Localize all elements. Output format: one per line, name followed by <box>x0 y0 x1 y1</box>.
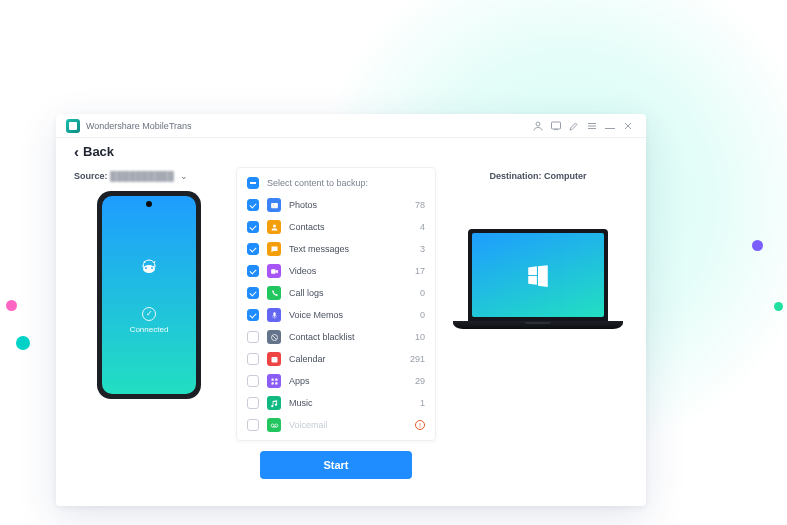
menu-icon[interactable] <box>584 118 600 134</box>
content-type-row[interactable]: Music1 <box>237 392 435 414</box>
content-count: 291 <box>410 354 425 364</box>
user-icon[interactable] <box>530 118 546 134</box>
content-name: Videos <box>289 266 415 276</box>
content-checkbox[interactable] <box>247 397 259 409</box>
content-name: Voice Memos <box>289 310 420 320</box>
content-count: 78 <box>415 200 425 210</box>
warning-icon: ! <box>415 420 425 430</box>
content-count: 1 <box>420 398 425 408</box>
music-icon <box>267 396 281 410</box>
source-status: Connected <box>130 325 169 334</box>
content-checkbox[interactable] <box>247 287 259 299</box>
content-name: Contact blacklist <box>289 332 415 342</box>
sms-icon <box>267 242 281 256</box>
svg-rect-2 <box>143 265 155 273</box>
content-checkbox[interactable] <box>247 221 259 233</box>
calls-icon <box>267 286 281 300</box>
videos-icon <box>267 264 281 278</box>
check-icon: ✓ <box>142 307 156 321</box>
calendar-icon <box>267 352 281 366</box>
chevron-left-icon: ‹ <box>74 144 79 159</box>
destination-device-laptop <box>453 229 623 329</box>
svg-rect-14 <box>271 382 273 384</box>
app-window: Wondershare MobileTrans ‹ Back Source: █… <box>56 114 646 506</box>
window-title: Wondershare MobileTrans <box>86 121 192 131</box>
vm-icon <box>267 418 281 432</box>
content-type-row[interactable]: Voice Memos0 <box>237 304 435 326</box>
content-name: Calendar <box>289 354 410 364</box>
block-icon <box>267 330 281 344</box>
content-name: Apps <box>289 376 415 386</box>
svg-point-17 <box>274 424 277 427</box>
photos-icon <box>267 198 281 212</box>
titlebar: Wondershare MobileTrans <box>56 114 646 138</box>
apps-icon <box>267 374 281 388</box>
content-count: 10 <box>415 332 425 342</box>
content-count: 0 <box>420 310 425 320</box>
svg-point-7 <box>273 224 276 227</box>
back-label: Back <box>83 144 114 159</box>
svg-point-0 <box>536 122 540 126</box>
svg-rect-1 <box>552 122 561 129</box>
destination-label: Destination: Computer <box>448 171 628 181</box>
svg-rect-11 <box>271 356 277 362</box>
app-logo-icon <box>66 119 80 133</box>
back-button[interactable]: ‹ Back <box>74 144 114 159</box>
svg-point-4 <box>151 267 153 269</box>
svg-rect-15 <box>275 382 277 384</box>
source-panel: Source: ██████████ ⌄ ✓ Connected <box>74 161 224 496</box>
contacts-icon <box>267 220 281 234</box>
content-type-row[interactable]: Contacts4 <box>237 216 435 238</box>
content-checkbox[interactable] <box>247 309 259 321</box>
content-count: 3 <box>420 244 425 254</box>
content-checkbox[interactable] <box>247 419 259 431</box>
svg-rect-8 <box>271 269 276 274</box>
close-icon[interactable] <box>620 118 636 134</box>
content-checkbox[interactable] <box>247 199 259 211</box>
select-all-label: Select content to backup: <box>267 178 425 188</box>
content-type-row[interactable]: Calendar291 <box>237 348 435 370</box>
content-name: Text messages <box>289 244 420 254</box>
content-checkbox[interactable] <box>247 265 259 277</box>
content-type-row[interactable]: Contact blacklist10 <box>237 326 435 348</box>
voice-icon <box>267 308 281 322</box>
android-icon <box>135 257 163 281</box>
feedback-icon[interactable] <box>548 118 564 134</box>
windows-icon <box>525 262 551 288</box>
content-type-row[interactable]: Text messages3 <box>237 238 435 260</box>
content-count: 29 <box>415 376 425 386</box>
svg-point-6 <box>272 204 274 206</box>
content-type-row[interactable]: Voicemail! <box>237 414 435 436</box>
destination-panel: Destination: Computer <box>448 161 628 496</box>
chevron-down-icon: ⌄ <box>180 171 188 181</box>
select-all-checkbox[interactable] <box>247 177 259 189</box>
content-name: Voicemail <box>289 420 411 430</box>
content-checkbox[interactable] <box>247 353 259 365</box>
edit-icon[interactable] <box>566 118 582 134</box>
content-name: Contacts <box>289 222 420 232</box>
content-type-row[interactable]: Videos17 <box>237 260 435 282</box>
start-button[interactable]: Start <box>260 451 412 479</box>
source-selector[interactable]: Source: ██████████ ⌄ <box>74 171 224 181</box>
svg-point-16 <box>271 424 274 427</box>
content-name: Photos <box>289 200 415 210</box>
content-checkbox[interactable] <box>247 243 259 255</box>
content-name: Music <box>289 398 420 408</box>
content-count: 0 <box>420 288 425 298</box>
content-types-panel: Select content to backup: Photos78Contac… <box>236 161 436 496</box>
content-count: 4 <box>420 222 425 232</box>
content-checkbox[interactable] <box>247 331 259 343</box>
content-name: Call logs <box>289 288 420 298</box>
minimize-icon[interactable] <box>602 118 618 134</box>
svg-rect-12 <box>271 378 273 380</box>
content-checkbox[interactable] <box>247 375 259 387</box>
select-all-row[interactable]: Select content to backup: <box>237 172 435 194</box>
content-type-row[interactable]: Call logs0 <box>237 282 435 304</box>
svg-rect-13 <box>275 378 277 380</box>
svg-rect-9 <box>273 312 275 317</box>
content-type-row[interactable]: Photos78 <box>237 194 435 216</box>
svg-point-3 <box>145 267 147 269</box>
content-type-row[interactable]: Apps29 <box>237 370 435 392</box>
source-device-phone: ✓ Connected <box>97 191 201 399</box>
content-count: 17 <box>415 266 425 276</box>
